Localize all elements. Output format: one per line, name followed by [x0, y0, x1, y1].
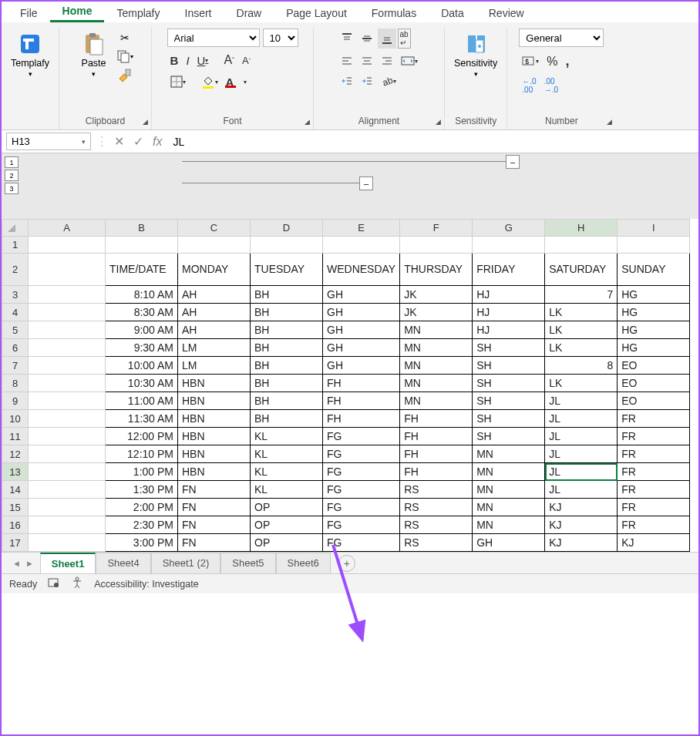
row-header-4[interactable]: 4: [2, 304, 29, 321]
increase-indent-button[interactable]: [358, 73, 376, 89]
cell-B8[interactable]: 10:30 AM: [106, 375, 178, 392]
cell-D12[interactable]: KL: [251, 445, 323, 463]
row-header-16[interactable]: 16: [2, 516, 29, 534]
accounting-format-button[interactable]: $▾: [519, 52, 542, 71]
wrap-text-button[interactable]: ab↵: [398, 29, 411, 49]
cell-E11[interactable]: FG: [323, 428, 400, 445]
cell-I15[interactable]: FR: [618, 499, 690, 516]
merge-center-button[interactable]: ▾: [398, 53, 421, 69]
cell-B17[interactable]: 3:00 PM: [106, 534, 178, 552]
cell-F8[interactable]: MN: [400, 375, 473, 392]
cell-D5[interactable]: BH: [251, 321, 323, 339]
percent-button[interactable]: %: [544, 52, 560, 71]
cell-D7[interactable]: BH: [251, 357, 323, 375]
cell-F16[interactable]: RS: [400, 516, 473, 534]
cancel-formula-button[interactable]: ✕: [114, 134, 124, 149]
cell-G7[interactable]: SH: [473, 357, 545, 375]
font-color-button[interactable]: A▾: [223, 73, 251, 90]
cell-B1[interactable]: [106, 237, 178, 254]
cell-F6[interactable]: MN: [400, 339, 473, 357]
outline-level-1[interactable]: 1: [5, 156, 19, 168]
row-header-10[interactable]: 10: [2, 410, 29, 428]
cell-D15[interactable]: OP: [251, 499, 323, 516]
cell-H12[interactable]: JL: [545, 445, 618, 463]
cell-E15[interactable]: FG: [323, 499, 400, 516]
cell-C14[interactable]: FN: [178, 481, 251, 499]
cell-G1[interactable]: [473, 237, 545, 254]
cell-A5[interactable]: [29, 321, 106, 339]
cell-F17[interactable]: RS: [400, 534, 473, 552]
accept-formula-button[interactable]: ✓: [133, 134, 143, 149]
cell-A6[interactable]: [29, 339, 106, 357]
cell-E1[interactable]: [323, 237, 400, 254]
cell-G17[interactable]: GH: [473, 534, 545, 552]
spreadsheet-grid[interactable]: ABCDEFGHI12TIME/DATEMONDAYTUESDAYWEDNESD…: [2, 219, 698, 552]
number-format-select[interactable]: General: [519, 29, 604, 47]
decrease-indent-button[interactable]: [338, 73, 356, 89]
cell-D17[interactable]: OP: [251, 534, 323, 552]
macro-record-icon[interactable]: [48, 577, 60, 590]
italic-button[interactable]: I: [183, 52, 192, 69]
cell-A3[interactable]: [29, 286, 106, 304]
row-header-9[interactable]: 9: [2, 392, 29, 410]
cell-F9[interactable]: MN: [400, 392, 473, 410]
cell-A9[interactable]: [29, 392, 106, 410]
cell-A16[interactable]: [29, 516, 106, 534]
cell-G3[interactable]: HJ: [473, 286, 545, 304]
column-header-B[interactable]: B: [106, 220, 178, 237]
ribbon-tab-file[interactable]: File: [8, 4, 50, 22]
cell-E12[interactable]: FG: [323, 445, 400, 463]
underline-button[interactable]: U▾: [194, 52, 212, 69]
number-dialog-launcher[interactable]: ◢: [607, 118, 612, 126]
cell-A10[interactable]: [29, 410, 106, 428]
cell-D14[interactable]: KL: [251, 481, 323, 499]
sheet-tab-sheet5[interactable]: Sheet5: [220, 553, 275, 573]
row-header-5[interactable]: 5: [2, 321, 29, 339]
cell-G5[interactable]: HJ: [473, 321, 545, 339]
row-header-14[interactable]: 14: [2, 481, 29, 499]
accessibility-icon[interactable]: [71, 576, 83, 591]
cell-G4[interactable]: HJ: [473, 304, 545, 321]
cell-E10[interactable]: FH: [323, 410, 400, 428]
align-top-button[interactable]: [338, 29, 356, 49]
cell-B2[interactable]: TIME/DATE: [106, 254, 178, 286]
align-center-button[interactable]: [358, 53, 376, 69]
cell-H8[interactable]: LK: [545, 375, 618, 392]
cell-H13[interactable]: JL: [545, 463, 618, 481]
templafy-button[interactable]: Templafy ▾: [8, 29, 52, 81]
format-painter-button[interactable]: [116, 67, 133, 82]
cell-A13[interactable]: [29, 463, 106, 481]
outline-level-2[interactable]: 2: [5, 170, 19, 181]
paste-button[interactable]: Paste ▾: [76, 29, 112, 81]
cell-I11[interactable]: FR: [618, 428, 690, 445]
cell-C13[interactable]: HBN: [178, 463, 251, 481]
cell-B11[interactable]: 12:00 PM: [106, 428, 178, 445]
ribbon-tab-data[interactable]: Data: [429, 4, 476, 22]
cell-B5[interactable]: 9:00 AM: [106, 321, 178, 339]
cell-I12[interactable]: FR: [618, 445, 690, 463]
column-header-D[interactable]: D: [251, 220, 323, 237]
cell-B10[interactable]: 11:30 AM: [106, 410, 178, 428]
cell-A12[interactable]: [29, 445, 106, 463]
align-right-button[interactable]: [378, 53, 396, 69]
cell-C4[interactable]: AH: [178, 304, 251, 321]
cell-F7[interactable]: MN: [400, 357, 473, 375]
cell-I16[interactable]: FR: [618, 516, 690, 534]
cell-H2[interactable]: SATURDAY: [545, 254, 618, 286]
cell-B13[interactable]: 1:00 PM: [106, 463, 178, 481]
row-header-11[interactable]: 11: [2, 428, 29, 445]
cell-C9[interactable]: HBN: [178, 392, 251, 410]
ribbon-tab-formulas[interactable]: Formulas: [359, 4, 429, 22]
increase-decimal-button[interactable]: ←.0.00: [519, 76, 539, 96]
sheet-tab-sheet4[interactable]: Sheet4: [96, 553, 150, 573]
cell-D2[interactable]: TUESDAY: [251, 254, 323, 286]
ribbon-tab-review[interactable]: Review: [476, 4, 537, 22]
cell-B6[interactable]: 9:30 AM: [106, 339, 178, 357]
sheet-tab-sheet6[interactable]: Sheet6: [276, 553, 331, 573]
cell-B4[interactable]: 8:30 AM: [106, 304, 178, 321]
cell-G2[interactable]: FRIDAY: [473, 254, 545, 286]
cell-H11[interactable]: JL: [545, 428, 618, 445]
cell-H5[interactable]: LK: [545, 321, 618, 339]
cell-F10[interactable]: FH: [400, 410, 473, 428]
cell-H14[interactable]: JL: [545, 481, 618, 499]
